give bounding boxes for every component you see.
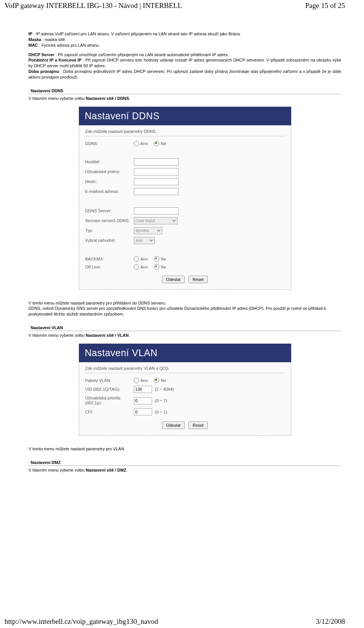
vlan-submit-button[interactable]: Odeslat [162, 421, 185, 429]
select-type[interactable]: dyndns [134, 227, 162, 234]
label-offline-ne-text: Ne [161, 265, 166, 269]
radio-offline-ne[interactable] [154, 264, 159, 270]
text-dhcp: : Při zapnutí umožňuje zařízením připoje… [54, 52, 229, 57]
input-vid[interactable] [134, 386, 152, 393]
label-prio: Uživatelská priorita (802.1p): [85, 396, 134, 406]
label-backmx: BACKMX: [85, 257, 134, 261]
radio-vlan-ne[interactable] [154, 378, 159, 383]
label-user: Uživatelské jméno: [85, 169, 134, 174]
page-number: Page 15 of 25 [305, 2, 345, 10]
range-cfi: (0 ~ 1) [155, 410, 167, 414]
ddns-para1: V tomto menu můžete nastavit parametry p… [28, 300, 341, 306]
label-backmx-ne-text: Ne [161, 257, 166, 261]
vlan-para1: V tomto menu můžete nastavit parametry p… [28, 446, 341, 452]
label-ne: Ne [161, 141, 166, 146]
label-offline-ano-text: Ano [141, 265, 148, 269]
label-host: Hostitel: [85, 159, 134, 164]
label-dhcp: DHCP Server [28, 52, 54, 57]
footer-url: http://www.interbell.cz/voip_gateway_ibg… [5, 617, 158, 626]
label-range: Počáteční IP a Koncová IP [28, 58, 82, 62]
label-mask: Maska [28, 37, 41, 42]
dmz-subtitle-bold: Nastavení sítě / DMZ [86, 468, 126, 472]
input-pass[interactable] [134, 178, 179, 185]
text-mac: : Fycická adresa pro LAN stranu. [38, 43, 100, 47]
radio-vlan-ano[interactable] [134, 378, 139, 383]
ddns-reset-button[interactable]: Reset [188, 276, 208, 283]
input-user[interactable] [134, 168, 179, 175]
ddns-subtitle-bold: Nastavení sítě / DDNS [86, 96, 129, 101]
label-ddns-list: Seznam serverů DDNS: [85, 218, 134, 223]
intro-block: IP : IP adresa VoIP zařízení pro LAN str… [28, 31, 341, 80]
vlan-hint: Zde můžete nastavit parametry VLAN a QOS… [85, 366, 285, 373]
label-type: Typ: [85, 228, 134, 233]
input-email[interactable] [134, 188, 179, 195]
select-random[interactable]: ano [134, 237, 155, 244]
dmz-subtitle-pre: V hlavním menu vyberte volbu [28, 468, 86, 472]
ddns-hint: Zde můžete nastavit parametry DDNS. [85, 129, 285, 136]
range-vid: (2 ~ 4094) [155, 387, 174, 391]
label-random: Vybrat náhodně: [85, 238, 134, 243]
vlan-subtitle-bold: Nastavení sítě / VLAN [86, 333, 129, 338]
doc-title: VoIP gateway INTERBELL IBG-130 - Návod |… [5, 2, 182, 10]
text-mask: : maska sítě. [41, 37, 66, 42]
label-vlan-ano: Ano [141, 378, 148, 383]
label-ano: Ano [141, 141, 148, 146]
label-mac: MAC [28, 43, 38, 47]
label-ddns-enable: DDNS: [85, 141, 134, 146]
label-packets: Pakety VLAN: [85, 378, 134, 383]
section-title-dmz: Nastavení DMZ [28, 459, 341, 466]
ddns-panel: Nastavení DDNS Zde můžete nastavit param… [79, 107, 291, 290]
label-vlan-ne: Ne [161, 378, 166, 383]
vlan-panel-header: Nastavení VLAN [79, 344, 291, 362]
vlan-reset-button[interactable]: Reset [188, 421, 208, 429]
input-cfi[interactable] [134, 408, 152, 415]
text-ip: : IP adresa VoIP zařízení pro LAN stranu… [32, 32, 241, 36]
input-prio[interactable] [134, 397, 152, 404]
label-ip: IP [28, 32, 32, 36]
ddns-subtitle-pre: V hlavním menu vyberte volbu [28, 96, 86, 101]
input-host[interactable] [134, 158, 179, 166]
vlan-subtitle-pre: V hlavním menu vyberte volbu [28, 333, 86, 338]
select-ddns-list[interactable]: User Input [134, 217, 177, 224]
radio-backmx-ano[interactable] [134, 256, 139, 262]
input-ddns-server[interactable] [134, 207, 179, 215]
label-vid: VID (802.1Q/TAG): [85, 387, 134, 391]
radio-backmx-ne[interactable] [154, 256, 159, 262]
section-title-ddns: Nastavení DDNS [28, 87, 341, 94]
range-prio: (0 ~ 7) [155, 398, 167, 403]
radio-offline-ano[interactable] [134, 264, 139, 270]
section-title-vlan: Nastavení VLAN [28, 324, 341, 331]
text-lease: : Doba pronájmu jednotlivých IP adres DH… [28, 69, 341, 79]
radio-ddns-ano[interactable] [134, 141, 139, 146]
label-backmx-ano-text: Ano [141, 257, 148, 261]
label-lease: Doba pronájmu [28, 69, 59, 74]
label-email: E-mailová adresa: [85, 189, 134, 194]
label-pass: Heslo: [85, 179, 134, 184]
ddns-para2: DDNS, neboli Dynamický DNS server pro zp… [28, 306, 341, 317]
footer-date: 3/12/2008 [316, 617, 345, 626]
radio-ddns-ne[interactable] [154, 141, 159, 146]
label-ddns-server: DDNS Server: [85, 208, 134, 213]
vlan-panel: Nastavení VLAN Zde můžete nastavit param… [79, 344, 291, 435]
ddns-panel-header: Nastavení DDNS [79, 107, 291, 125]
ddns-submit-button[interactable]: Odeslat [162, 276, 185, 283]
label-offline: Off Line: [85, 265, 134, 269]
label-cfi: CFI: [85, 410, 134, 414]
